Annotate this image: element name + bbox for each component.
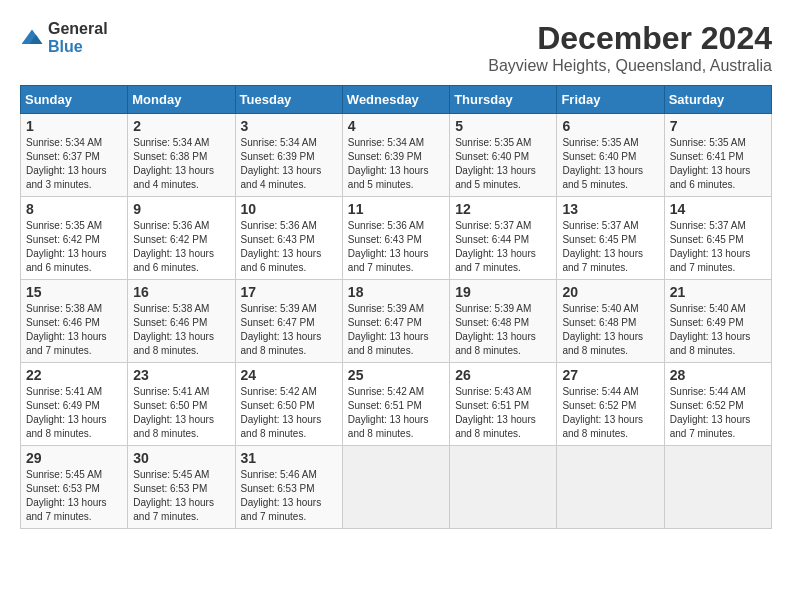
day-detail: Sunrise: 5:37 AMSunset: 6:45 PMDaylight:… <box>670 220 751 273</box>
day-number: 11 <box>348 201 444 217</box>
title-area: December 2024 Bayview Heights, Queenslan… <box>488 20 772 75</box>
day-number: 20 <box>562 284 658 300</box>
calendar-cell: 27 Sunrise: 5:44 AMSunset: 6:52 PMDaylig… <box>557 363 664 446</box>
calendar-week-5: 29 Sunrise: 5:45 AMSunset: 6:53 PMDaylig… <box>21 446 772 529</box>
day-detail: Sunrise: 5:42 AMSunset: 6:50 PMDaylight:… <box>241 386 322 439</box>
calendar-cell: 19 Sunrise: 5:39 AMSunset: 6:48 PMDaylig… <box>450 280 557 363</box>
logo-icon <box>20 28 44 48</box>
calendar-cell: 18 Sunrise: 5:39 AMSunset: 6:47 PMDaylig… <box>342 280 449 363</box>
calendar-cell: 11 Sunrise: 5:36 AMSunset: 6:43 PMDaylig… <box>342 197 449 280</box>
day-detail: Sunrise: 5:41 AMSunset: 6:49 PMDaylight:… <box>26 386 107 439</box>
calendar-cell: 23 Sunrise: 5:41 AMSunset: 6:50 PMDaylig… <box>128 363 235 446</box>
day-number: 21 <box>670 284 766 300</box>
day-detail: Sunrise: 5:34 AMSunset: 6:38 PMDaylight:… <box>133 137 214 190</box>
day-number: 30 <box>133 450 229 466</box>
calendar-cell: 5 Sunrise: 5:35 AMSunset: 6:40 PMDayligh… <box>450 114 557 197</box>
day-number: 14 <box>670 201 766 217</box>
calendar-cell: 2 Sunrise: 5:34 AMSunset: 6:38 PMDayligh… <box>128 114 235 197</box>
logo: General Blue <box>20 20 108 56</box>
calendar-cell: 29 Sunrise: 5:45 AMSunset: 6:53 PMDaylig… <box>21 446 128 529</box>
day-number: 19 <box>455 284 551 300</box>
calendar-cell: 7 Sunrise: 5:35 AMSunset: 6:41 PMDayligh… <box>664 114 771 197</box>
day-detail: Sunrise: 5:40 AMSunset: 6:48 PMDaylight:… <box>562 303 643 356</box>
calendar-cell <box>557 446 664 529</box>
calendar-cell: 1 Sunrise: 5:34 AMSunset: 6:37 PMDayligh… <box>21 114 128 197</box>
day-number: 22 <box>26 367 122 383</box>
calendar-week-4: 22 Sunrise: 5:41 AMSunset: 6:49 PMDaylig… <box>21 363 772 446</box>
col-monday: Monday <box>128 86 235 114</box>
day-detail: Sunrise: 5:37 AMSunset: 6:45 PMDaylight:… <box>562 220 643 273</box>
day-detail: Sunrise: 5:34 AMSunset: 6:39 PMDaylight:… <box>348 137 429 190</box>
calendar-week-3: 15 Sunrise: 5:38 AMSunset: 6:46 PMDaylig… <box>21 280 772 363</box>
day-number: 9 <box>133 201 229 217</box>
day-number: 18 <box>348 284 444 300</box>
day-detail: Sunrise: 5:34 AMSunset: 6:37 PMDaylight:… <box>26 137 107 190</box>
day-number: 3 <box>241 118 337 134</box>
calendar-cell: 4 Sunrise: 5:34 AMSunset: 6:39 PMDayligh… <box>342 114 449 197</box>
day-number: 29 <box>26 450 122 466</box>
calendar-cell: 9 Sunrise: 5:36 AMSunset: 6:42 PMDayligh… <box>128 197 235 280</box>
day-number: 12 <box>455 201 551 217</box>
main-title: December 2024 <box>488 20 772 57</box>
calendar-cell: 20 Sunrise: 5:40 AMSunset: 6:48 PMDaylig… <box>557 280 664 363</box>
day-number: 5 <box>455 118 551 134</box>
day-number: 4 <box>348 118 444 134</box>
day-detail: Sunrise: 5:35 AMSunset: 6:40 PMDaylight:… <box>562 137 643 190</box>
day-detail: Sunrise: 5:43 AMSunset: 6:51 PMDaylight:… <box>455 386 536 439</box>
calendar-cell: 24 Sunrise: 5:42 AMSunset: 6:50 PMDaylig… <box>235 363 342 446</box>
day-number: 6 <box>562 118 658 134</box>
day-number: 10 <box>241 201 337 217</box>
calendar-cell: 16 Sunrise: 5:38 AMSunset: 6:46 PMDaylig… <box>128 280 235 363</box>
calendar-cell: 3 Sunrise: 5:34 AMSunset: 6:39 PMDayligh… <box>235 114 342 197</box>
day-number: 27 <box>562 367 658 383</box>
calendar-cell <box>450 446 557 529</box>
col-tuesday: Tuesday <box>235 86 342 114</box>
logo-blue: Blue <box>48 38 83 55</box>
day-detail: Sunrise: 5:36 AMSunset: 6:43 PMDaylight:… <box>348 220 429 273</box>
calendar-cell: 6 Sunrise: 5:35 AMSunset: 6:40 PMDayligh… <box>557 114 664 197</box>
day-detail: Sunrise: 5:39 AMSunset: 6:47 PMDaylight:… <box>241 303 322 356</box>
calendar-header-row: Sunday Monday Tuesday Wednesday Thursday… <box>21 86 772 114</box>
day-detail: Sunrise: 5:36 AMSunset: 6:42 PMDaylight:… <box>133 220 214 273</box>
day-number: 24 <box>241 367 337 383</box>
col-friday: Friday <box>557 86 664 114</box>
day-detail: Sunrise: 5:46 AMSunset: 6:53 PMDaylight:… <box>241 469 322 522</box>
day-detail: Sunrise: 5:34 AMSunset: 6:39 PMDaylight:… <box>241 137 322 190</box>
day-number: 26 <box>455 367 551 383</box>
day-number: 16 <box>133 284 229 300</box>
day-detail: Sunrise: 5:38 AMSunset: 6:46 PMDaylight:… <box>133 303 214 356</box>
day-detail: Sunrise: 5:45 AMSunset: 6:53 PMDaylight:… <box>133 469 214 522</box>
day-number: 13 <box>562 201 658 217</box>
day-number: 31 <box>241 450 337 466</box>
day-detail: Sunrise: 5:38 AMSunset: 6:46 PMDaylight:… <box>26 303 107 356</box>
calendar-cell: 14 Sunrise: 5:37 AMSunset: 6:45 PMDaylig… <box>664 197 771 280</box>
day-number: 25 <box>348 367 444 383</box>
calendar-cell: 13 Sunrise: 5:37 AMSunset: 6:45 PMDaylig… <box>557 197 664 280</box>
col-saturday: Saturday <box>664 86 771 114</box>
calendar-cell: 17 Sunrise: 5:39 AMSunset: 6:47 PMDaylig… <box>235 280 342 363</box>
calendar-cell: 30 Sunrise: 5:45 AMSunset: 6:53 PMDaylig… <box>128 446 235 529</box>
calendar-cell: 21 Sunrise: 5:40 AMSunset: 6:49 PMDaylig… <box>664 280 771 363</box>
day-detail: Sunrise: 5:45 AMSunset: 6:53 PMDaylight:… <box>26 469 107 522</box>
calendar-cell <box>664 446 771 529</box>
day-number: 15 <box>26 284 122 300</box>
calendar-cell: 26 Sunrise: 5:43 AMSunset: 6:51 PMDaylig… <box>450 363 557 446</box>
col-sunday: Sunday <box>21 86 128 114</box>
day-detail: Sunrise: 5:36 AMSunset: 6:43 PMDaylight:… <box>241 220 322 273</box>
calendar-cell: 12 Sunrise: 5:37 AMSunset: 6:44 PMDaylig… <box>450 197 557 280</box>
day-detail: Sunrise: 5:35 AMSunset: 6:40 PMDaylight:… <box>455 137 536 190</box>
calendar-table: Sunday Monday Tuesday Wednesday Thursday… <box>20 85 772 529</box>
day-detail: Sunrise: 5:42 AMSunset: 6:51 PMDaylight:… <box>348 386 429 439</box>
day-detail: Sunrise: 5:41 AMSunset: 6:50 PMDaylight:… <box>133 386 214 439</box>
day-detail: Sunrise: 5:40 AMSunset: 6:49 PMDaylight:… <box>670 303 751 356</box>
day-number: 1 <box>26 118 122 134</box>
day-detail: Sunrise: 5:44 AMSunset: 6:52 PMDaylight:… <box>562 386 643 439</box>
calendar-cell: 10 Sunrise: 5:36 AMSunset: 6:43 PMDaylig… <box>235 197 342 280</box>
calendar-cell: 8 Sunrise: 5:35 AMSunset: 6:42 PMDayligh… <box>21 197 128 280</box>
calendar-cell: 15 Sunrise: 5:38 AMSunset: 6:46 PMDaylig… <box>21 280 128 363</box>
page-header: General Blue December 2024 Bayview Heigh… <box>20 20 772 75</box>
day-number: 23 <box>133 367 229 383</box>
calendar-cell: 22 Sunrise: 5:41 AMSunset: 6:49 PMDaylig… <box>21 363 128 446</box>
day-number: 28 <box>670 367 766 383</box>
col-wednesday: Wednesday <box>342 86 449 114</box>
